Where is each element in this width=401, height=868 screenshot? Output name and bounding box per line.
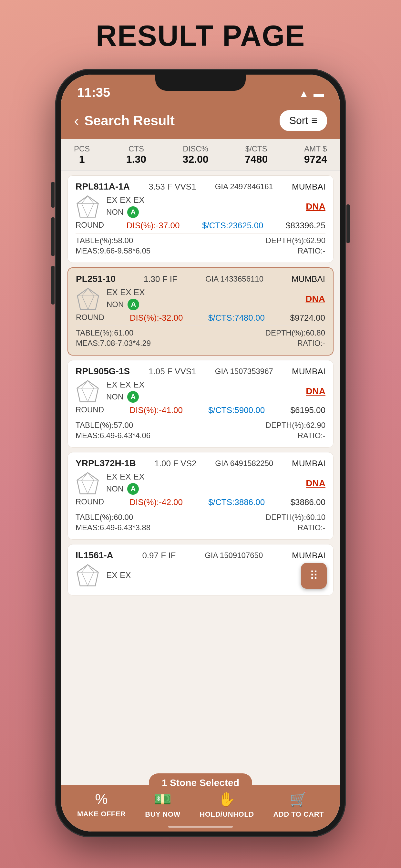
card-cts-price-0: $/CTS:23625.00 bbox=[202, 221, 263, 230]
card-middle-0: EX EX EX NON A bbox=[106, 195, 299, 218]
dna-link-0[interactable]: DNA bbox=[306, 202, 326, 212]
status-time: 11:35 bbox=[77, 85, 110, 100]
floating-action-btn[interactable]: ⠿ bbox=[301, 563, 327, 589]
card-table-row-1: TABLE(%):61.00 DEPTH(%):60.80 bbox=[76, 329, 325, 337]
card-body-1: EX EX EX NON A DNA bbox=[76, 287, 325, 311]
non-label-2: NON bbox=[106, 392, 123, 401]
sort-label: Sort bbox=[289, 115, 308, 127]
diamond-shape-icon-3 bbox=[75, 471, 100, 495]
card-gia-2: GIA 1507353967 bbox=[215, 367, 273, 376]
make-offer-button[interactable]: % MAKE OFFER bbox=[77, 791, 126, 818]
non-label-3: NON bbox=[106, 485, 123, 493]
dna-link-2[interactable]: DNA bbox=[306, 386, 326, 397]
card-right-1: DNA bbox=[305, 294, 325, 304]
card-ratio-3: RATIO:- bbox=[298, 523, 326, 532]
card-meas-row-0: MEAS:9.66-9.58*6.05 RATIO:- bbox=[75, 246, 326, 255]
card-right-3: DNA bbox=[306, 478, 326, 489]
diamond-shape-icon-0 bbox=[75, 194, 100, 219]
card-table-0: TABLE(%):58.00 bbox=[75, 236, 133, 245]
dna-link-1[interactable]: DNA bbox=[305, 294, 325, 304]
diamond-shape-icon-2 bbox=[75, 379, 100, 403]
card-location-1: MUMBAI bbox=[291, 274, 325, 284]
a-badge-2: A bbox=[127, 391, 139, 403]
card-divider-0 bbox=[75, 233, 326, 234]
card-id-4: IL1561-A bbox=[75, 550, 113, 561]
card-ratio-0: RATIO:- bbox=[298, 246, 326, 255]
diamond-card-2[interactable]: RPL905G-1S 1.05 F VVS1 GIA 1507353967 MU… bbox=[67, 360, 334, 447]
card-table-1: TABLE(%):61.00 bbox=[76, 329, 133, 337]
disc-value: 32.00 bbox=[183, 153, 209, 165]
hold-unhold-button[interactable]: ✋ HOLD/UNHOLD bbox=[200, 791, 254, 818]
card-location-3: MUMBAI bbox=[292, 459, 326, 469]
card-cut-1: EX EX EX bbox=[106, 287, 299, 298]
header-left: ‹ Search Result bbox=[74, 112, 175, 129]
card-location-2: MUMBAI bbox=[292, 367, 326, 376]
a-badge-0: A bbox=[127, 206, 139, 218]
card-price-1: $9724.00 bbox=[290, 313, 325, 323]
diamond-card-1[interactable]: PL251-10 1.30 F IF GIA 1433656110 MUMBAI… bbox=[67, 268, 334, 355]
header-title: Search Result bbox=[84, 113, 175, 128]
card-badge-row-3: NON A bbox=[106, 483, 299, 495]
card-cut-0: EX EX EX bbox=[106, 195, 299, 205]
card-price-row-3: ROUND DIS(%):-42.00 $/CTS:3886.00 $3886.… bbox=[75, 497, 326, 507]
card-disc-0: DIS(%):-37.00 bbox=[127, 221, 180, 230]
card-header-0: RPL811A-1A 3.53 F VVS1 GIA 2497846161 MU… bbox=[75, 182, 326, 192]
back-button[interactable]: ‹ bbox=[74, 112, 79, 129]
card-meas-1: MEAS:7.08-7.03*4.29 bbox=[76, 339, 151, 348]
diamond-card-0[interactable]: RPL811A-1A 3.53 F VVS1 GIA 2497846161 MU… bbox=[67, 175, 334, 263]
stone-selected-pill: 1 Stone Selected bbox=[149, 773, 252, 792]
card-depth-0: DEPTH(%):62.90 bbox=[266, 236, 326, 245]
card-location-0: MUMBAI bbox=[292, 182, 326, 192]
disc-label: DISC% bbox=[183, 144, 208, 153]
card-meas-row-1: MEAS:7.08-7.03*4.29 RATIO:- bbox=[76, 339, 325, 348]
card-cut-3: EX EX EX bbox=[106, 472, 299, 482]
card-body-3: EX EX EX NON A DNA bbox=[75, 471, 326, 495]
summary-amt: AMT $ 9724 bbox=[304, 144, 327, 165]
card-spec-3: 1.00 F VS2 bbox=[154, 459, 196, 469]
card-gia-4: GIA 1509107650 bbox=[205, 551, 263, 560]
buy-now-icon: 💵 bbox=[154, 791, 172, 808]
diamond-card-3[interactable]: YRPL372H-1B 1.00 F VS2 GIA 6491582250 MU… bbox=[67, 452, 334, 539]
non-label-0: NON bbox=[106, 208, 123, 217]
diamond-card-4[interactable]: IL1561-A 0.97 F IF GIA 1509107650 MUMBAI… bbox=[67, 544, 334, 595]
card-cut-4: EX EX bbox=[106, 570, 326, 580]
card-price-row-0: ROUND DIS(%):-37.00 $/CTS:23625.00 $8339… bbox=[75, 221, 326, 230]
card-id-3: YRPL372H-1B bbox=[75, 458, 136, 469]
card-table-3: TABLE(%):60.00 bbox=[75, 513, 133, 522]
buy-now-button[interactable]: 💵 BUY NOW bbox=[145, 791, 180, 818]
add-to-cart-button[interactable]: 🛒 ADD TO CART bbox=[273, 791, 324, 818]
card-meas-row-2: MEAS:6.49-6.43*4.06 RATIO:- bbox=[75, 431, 326, 440]
card-middle-3: EX EX EX NON A bbox=[106, 472, 299, 495]
summary-cts: CTS 1.30 bbox=[126, 144, 146, 165]
card-header-1: PL251-10 1.30 F IF GIA 1433656110 MUMBAI bbox=[76, 274, 325, 284]
a-badge-3: A bbox=[127, 483, 139, 495]
page-title-area: RESULT PAGE bbox=[0, 0, 401, 69]
card-gia-3: GIA 6491582250 bbox=[215, 459, 273, 468]
notch bbox=[155, 74, 246, 91]
scts-value: 7480 bbox=[245, 153, 268, 165]
diamond-shape-icon-4 bbox=[75, 563, 100, 587]
sort-icon: ≡ bbox=[311, 115, 317, 127]
card-gia-1: GIA 1433656110 bbox=[205, 275, 264, 283]
volume-down-button bbox=[51, 266, 55, 305]
sort-button[interactable]: Sort ≡ bbox=[280, 110, 327, 131]
card-depth-1: DEPTH(%):60.80 bbox=[266, 329, 325, 337]
card-cts-price-1: $/CTS:7480.00 bbox=[208, 313, 265, 323]
card-middle-1: EX EX EX NON A bbox=[106, 287, 299, 310]
svg-marker-12 bbox=[77, 565, 98, 586]
phone-frame: 11:35 ▲ ▬ ‹ Search Result Sort ≡ PCS 1 bbox=[55, 69, 346, 837]
amt-value: 9724 bbox=[304, 153, 327, 165]
card-cts-price-3: $/CTS:3886.00 bbox=[208, 497, 265, 507]
card-body-4: EX EX ⠿ bbox=[75, 563, 326, 587]
card-price-2: $6195.00 bbox=[290, 405, 326, 415]
card-badge-row-2: NON A bbox=[106, 391, 299, 403]
card-meas-row-3: MEAS:6.49-6.43*3.88 RATIO:- bbox=[75, 523, 326, 532]
summary-row: PCS 1 CTS 1.30 DISC% 32.00 $/CTS 7480 AM… bbox=[61, 139, 340, 171]
card-shape-2: ROUND bbox=[75, 405, 104, 415]
card-disc-2: DIS(%):-41.00 bbox=[129, 405, 183, 415]
dna-link-3[interactable]: DNA bbox=[306, 478, 326, 489]
card-table-row-0: TABLE(%):58.00 DEPTH(%):62.90 bbox=[75, 236, 326, 245]
card-header-4: IL1561-A 0.97 F IF GIA 1509107650 MUMBAI bbox=[75, 550, 326, 561]
diamond-list[interactable]: RPL811A-1A 3.53 F VVS1 GIA 2497846161 MU… bbox=[61, 171, 340, 785]
card-spec-1: 1.30 F IF bbox=[144, 274, 177, 284]
